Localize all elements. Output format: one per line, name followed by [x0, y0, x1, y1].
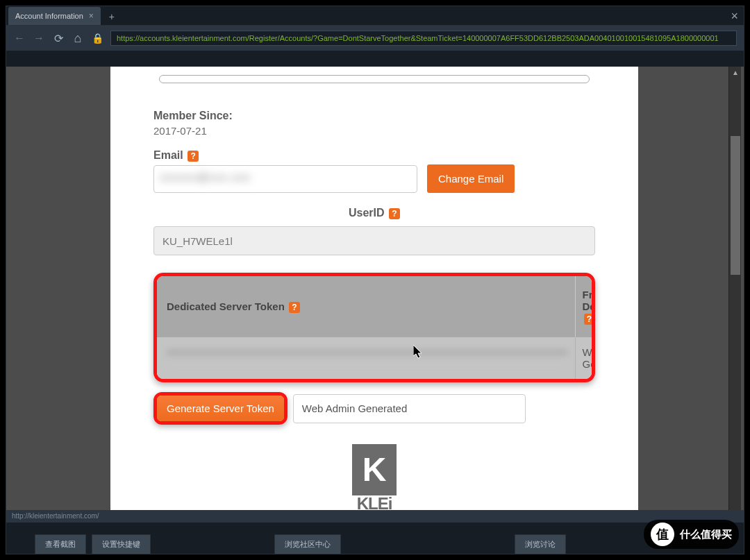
nav-bar: ← → ⟳ ⌂ 🔒 https://accounts.kleientertain…: [6, 26, 744, 51]
col-desc-header: Friendly Description ?: [575, 276, 595, 337]
top-input-cropped[interactable]: [159, 75, 590, 83]
forward-icon[interactable]: →: [33, 32, 45, 44]
tab-title: Account Information: [15, 12, 83, 20]
badge-icon: 值: [651, 523, 674, 546]
new-tab-button[interactable]: +: [103, 8, 120, 25]
scrollbar[interactable]: ▲ ▼: [728, 67, 741, 523]
email-row: xxxxxx@xxx.xxx Change Email: [153, 164, 595, 193]
generate-row: Generate Server Token: [153, 392, 595, 425]
generate-server-token-button[interactable]: Generate Server Token: [157, 396, 284, 421]
scrollbar-thumb[interactable]: [731, 136, 740, 275]
klei-k-mark: K: [352, 444, 397, 495]
content-viewport: Member Since: 2017-07-21 Email ? xxxxxx@…: [6, 67, 744, 523]
screenshot-button[interactable]: 查看截图: [35, 534, 86, 554]
refresh-icon[interactable]: ⟳: [52, 32, 65, 45]
url-bar[interactable]: https://accounts.kleientertainment.com/R…: [110, 31, 737, 46]
home-icon[interactable]: ⌂: [72, 31, 84, 46]
help-icon[interactable]: ?: [584, 314, 595, 325]
status-bar: http://kleientertainment.com/: [6, 510, 744, 523]
email-field[interactable]: xxxxxx@xxx.xxx: [153, 165, 417, 193]
desc-cell: Web Admin Generated: [575, 337, 595, 379]
klei-logo: K KLEi: [153, 444, 595, 520]
table-row: xxxxxxxxxxxxxxxxxxxxxxxxxxxxxxxxxxxxxxxx…: [157, 337, 595, 379]
lock-icon: 🔒: [91, 33, 103, 44]
generate-button-highlight: Generate Server Token: [153, 392, 288, 425]
help-icon[interactable]: ?: [188, 151, 199, 162]
tab-bar: Account Information × +: [6, 6, 744, 26]
tab-close-icon[interactable]: ×: [89, 11, 94, 21]
back-icon[interactable]: ←: [13, 32, 26, 44]
friendly-description-input[interactable]: [293, 394, 526, 423]
userid-field[interactable]: [153, 226, 595, 255]
token-table-highlight: Dedicated Server Token ? Friendly Descri…: [153, 273, 595, 382]
token-cell[interactable]: xxxxxxxxxxxxxxxxxxxxxxxxxxxxxxxxxxxxxxxx…: [157, 337, 575, 379]
window-close-icon[interactable]: ×: [731, 9, 738, 24]
badge-text: 什么值得买: [680, 528, 732, 541]
change-email-button[interactable]: Change Email: [427, 164, 515, 193]
col-token-header: Dedicated Server Token ?: [157, 276, 575, 337]
steam-bottom-bar-left: 查看截图 设置快捷键: [35, 534, 151, 554]
page-content: Member Since: 2017-07-21 Email ? xxxxxx@…: [110, 67, 638, 523]
userid-label: UserID ?: [153, 207, 595, 219]
steam-bottom-bar-right: 浏览社区中心 浏览讨论: [274, 534, 566, 554]
member-since-label: Member Since:: [153, 110, 595, 122]
browser-window: × Account Information × + ← → ⟳ ⌂ 🔒 http…: [6, 6, 744, 554]
token-table: Dedicated Server Token ? Friendly Descri…: [157, 276, 595, 379]
browser-tab[interactable]: Account Information ×: [8, 7, 101, 25]
table-header-row: Dedicated Server Token ? Friendly Descri…: [157, 276, 595, 337]
discussions-button[interactable]: 浏览讨论: [515, 534, 566, 554]
email-label: Email ?: [153, 149, 595, 162]
hotkey-button[interactable]: 设置快捷键: [92, 534, 151, 554]
help-icon[interactable]: ?: [389, 208, 400, 219]
help-icon[interactable]: ?: [289, 302, 300, 313]
scroll-up-icon[interactable]: ▲: [731, 68, 740, 78]
community-hub-button[interactable]: 浏览社区中心: [274, 534, 341, 554]
watermark-badge: 值 什么值得买: [644, 520, 739, 549]
member-since-value: 2017-07-21: [153, 125, 595, 137]
